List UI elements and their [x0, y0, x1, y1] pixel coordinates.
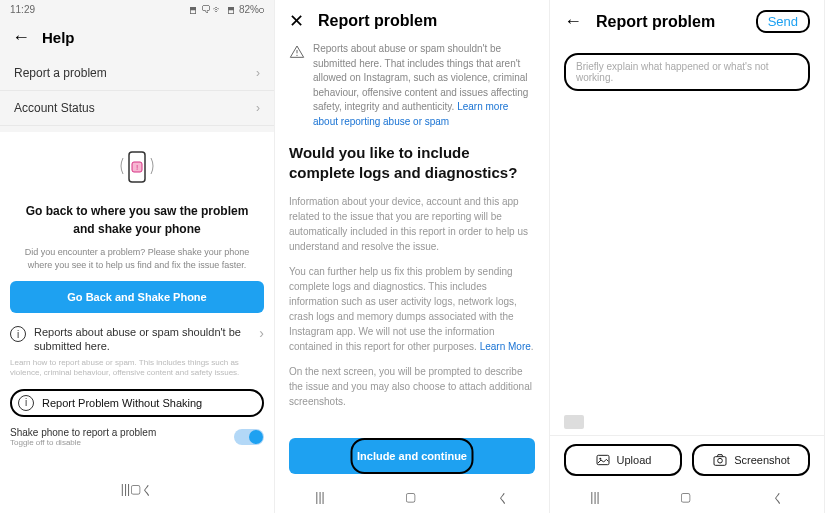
menu-label: Report a problem	[14, 66, 107, 80]
include-continue-button[interactable]: Include and continue Include and continu…	[289, 438, 535, 474]
abuse-warning: Reports about abuse or spam shouldn't be…	[289, 42, 535, 129]
header: ✕ Report problem	[275, 0, 549, 42]
nav-back-icon[interactable]: く	[497, 490, 509, 507]
header: ← Help	[0, 19, 274, 56]
close-icon[interactable]: ✕	[289, 10, 304, 32]
abuse-info-desc: Learn how to report abuse or spam. This …	[10, 358, 264, 379]
screen-explain: ← Report problem Send Briefly explain wh…	[550, 0, 825, 513]
shake-subtext: Did you encounter a problem? Please shak…	[10, 246, 264, 271]
nav-recent-icon[interactable]: |||	[315, 490, 324, 507]
nav-home-icon[interactable]: ▢	[130, 482, 141, 499]
report-without-shaking-button[interactable]: i Report Problem Without Shaking	[10, 389, 264, 417]
svg-point-6	[599, 458, 601, 460]
shake-toggle-row: Shake phone to report a problem Toggle o…	[10, 427, 264, 447]
svg-text:!: !	[136, 163, 138, 172]
nav-home-icon[interactable]: ▢	[680, 490, 691, 507]
info-icon: i	[18, 395, 34, 411]
go-back-shake-button[interactable]: Go Back and Shake Phone	[10, 281, 264, 313]
learn-more-link[interactable]: Learn More	[480, 341, 531, 352]
status-time: 11:29	[10, 4, 35, 15]
chevron-right-icon: ›	[256, 66, 260, 80]
menu-account-status[interactable]: Account Status ›	[0, 91, 274, 126]
toggle-sublabel: Toggle off to disable	[10, 438, 156, 447]
attachment-thumbnail[interactable]	[564, 415, 584, 429]
screen-help: 11:29 ⬒ 🗨 ᯤ ⬒ 82%▢ ← Help Report a probl…	[0, 0, 275, 513]
shake-toggle[interactable]	[234, 429, 264, 445]
menu-label: Account Status	[14, 101, 95, 115]
shake-heading: Go back to where you saw the problem and…	[10, 202, 264, 238]
screenshot-button[interactable]: Screenshot	[692, 444, 810, 476]
button-wrap: Include and continue Include and continu…	[275, 428, 549, 484]
page-title: Report problem	[596, 13, 742, 31]
warning-icon	[289, 44, 305, 60]
info-icon: i	[10, 326, 26, 342]
screen-diagnostics: ✕ Report problem Reports about abuse or …	[275, 0, 550, 513]
android-navbar: ||| ▢ く	[275, 484, 549, 513]
chevron-right-icon: ›	[256, 101, 260, 115]
header: ← Report problem Send	[550, 0, 824, 43]
diagnostics-para3: On the next screen, you will be prompted…	[289, 364, 535, 409]
warning-text: Reports about abuse or spam shouldn't be…	[313, 42, 535, 129]
nav-home-icon[interactable]: ▢	[405, 490, 416, 507]
attachment-row: Upload Screenshot	[550, 435, 824, 484]
menu-report-problem[interactable]: Report a problem ›	[0, 56, 274, 91]
report-without-label: Report Problem Without Shaking	[42, 397, 202, 409]
svg-point-8	[718, 458, 723, 463]
diagnostics-para2: You can further help us fix this problem…	[289, 264, 535, 354]
nav-recent-icon[interactable]: |||	[121, 482, 130, 499]
diagnostics-para1: Information about your device, account a…	[289, 194, 535, 254]
abuse-info-row[interactable]: i Reports about abuse or spam shouldn't …	[10, 325, 264, 354]
abuse-info-text: Reports about abuse or spam shouldn't be…	[34, 325, 251, 354]
toggle-label: Shake phone to report a problem	[10, 427, 156, 438]
android-navbar: ||| ▢ く	[550, 484, 824, 513]
nav-recent-icon[interactable]: |||	[590, 490, 599, 507]
camera-icon	[712, 452, 728, 468]
content: Briefly explain what happened or what's …	[550, 43, 824, 415]
nav-back-icon[interactable]: く	[772, 490, 784, 507]
shake-phone-illustration: !	[113, 144, 161, 192]
image-icon	[595, 452, 611, 468]
send-button[interactable]: Send	[756, 10, 810, 33]
chevron-right-icon: ›	[259, 325, 264, 341]
android-navbar: ||| ▢ く	[121, 476, 153, 505]
upload-button[interactable]: Upload	[564, 444, 682, 476]
status-bar: 11:29 ⬒ 🗨 ᯤ ⬒ 82%▢	[0, 0, 274, 19]
diagnostics-heading: Would you like to include complete logs …	[289, 143, 535, 184]
page-title: Help	[42, 29, 75, 46]
nav-back-icon[interactable]: く	[141, 482, 153, 499]
content: Reports about abuse or spam shouldn't be…	[275, 42, 549, 428]
page-title: Report problem	[318, 12, 437, 30]
back-icon[interactable]: ←	[564, 11, 582, 32]
content: ! Go back to where you saw the problem a…	[0, 132, 274, 513]
explain-input[interactable]: Briefly explain what happened or what's …	[564, 53, 810, 91]
back-icon[interactable]: ←	[12, 27, 30, 48]
status-right: ⬒ 🗨 ᯤ ⬒ 82%▢	[188, 4, 264, 15]
svg-point-4	[296, 55, 297, 56]
